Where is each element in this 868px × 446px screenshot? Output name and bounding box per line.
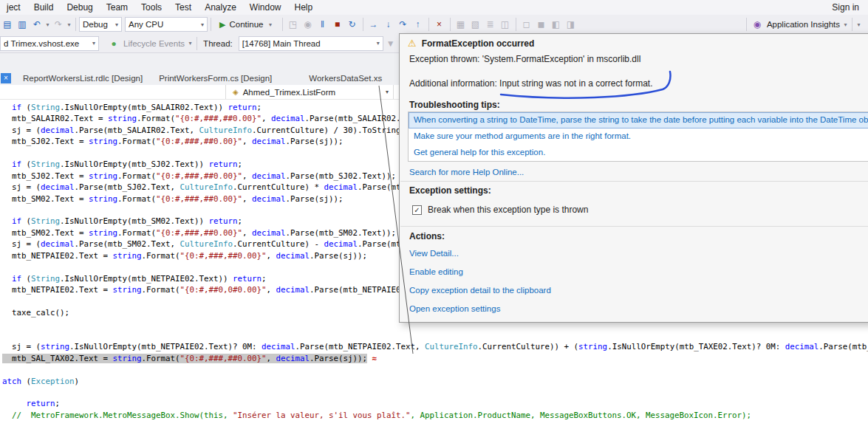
platform-dropdown[interactable]: Any CPU ▾ [125, 17, 208, 32]
toolbar-separator [363, 18, 363, 31]
menu-item-build[interactable]: Build [27, 1, 61, 14]
clear-bookmarks-icon[interactable]: ◨ [564, 19, 578, 30]
menu-item-project[interactable]: ject [0, 1, 27, 14]
stop-debugging-icon[interactable]: ■ [330, 19, 345, 30]
continue-label: Continue [229, 20, 263, 29]
cancel-build-icon[interactable]: × [432, 19, 447, 30]
code-line[interactable] [2, 387, 868, 398]
exception-assistant-popup: ⚠ FormatException occurred Exception thr… [399, 33, 868, 323]
solution-config-value: Debug [83, 20, 112, 29]
breadcrumb-type-name: Ahmed_Trimex.ListForm [243, 88, 335, 97]
application-insights-caret-icon[interactable]: ▾ [842, 21, 849, 28]
exception-thrown-text: Exception thrown: 'System.FormatExceptio… [409, 54, 640, 64]
tip-link-datetime[interactable]: When converting a string to DateTime, pa… [409, 112, 868, 128]
exception-title: FormatException occurred [422, 38, 535, 49]
tab-report-workers-list[interactable]: ReportWorkersList.rdlc [Design] [15, 72, 151, 85]
chevron-down-icon: ▾ [377, 40, 380, 47]
step-into-icon[interactable]: ↓ [381, 19, 396, 30]
toolbar-overflow-icon[interactable]: ▾ [855, 21, 862, 28]
exception-settings-header: Exception settings: [409, 185, 491, 196]
process-value: d Trimex.vshost.exe [4, 39, 89, 48]
enable-editing-link[interactable]: Enable editing [409, 267, 463, 276]
toolbar-separator [450, 18, 451, 31]
save-icon[interactable]: ▥ [15, 19, 30, 30]
toolbar-separator [211, 18, 211, 31]
immediate-window-icon[interactable]: ≣ [483, 19, 498, 30]
toggle-bookmark-icon[interactable]: ◧ [549, 19, 564, 30]
toolbar-separator [282, 18, 283, 31]
toolbar-separator [516, 18, 516, 31]
undo-dropdown-caret-icon[interactable]: ▾ [44, 21, 51, 28]
menu-item-test[interactable]: Test [168, 1, 198, 14]
copy-exception-detail-link[interactable]: Copy exception detail to the clipboard [409, 286, 551, 295]
code-line[interactable] [2, 364, 868, 375]
redo-icon[interactable]: ↷ [51, 19, 66, 30]
close-document-icon[interactable]: × [1, 73, 11, 83]
tab-print-workers-form[interactable]: PrintWorkersForm.cs [Design] [151, 72, 280, 85]
chevron-down-icon: ▾ [386, 89, 389, 95]
menu-item-analyze[interactable]: Analyze [198, 1, 243, 14]
thread-dropdown[interactable]: [14768] Main Thread ▾ [239, 36, 383, 51]
type-dropdown-pane[interactable]: ◈ Ahmed_Trimex.ListForm ▾ [226, 85, 394, 99]
toolbar-separator [428, 18, 429, 31]
exception-popup-header: ⚠ FormatException occurred [408, 38, 534, 49]
next-bookmark-icon[interactable]: ◼ [534, 19, 549, 30]
break-when-thrown-checkbox[interactable]: ✓ [412, 205, 422, 215]
step-out-icon[interactable]: ↑ [411, 19, 426, 30]
view-detail-link[interactable]: View Detail... [409, 249, 459, 258]
menu-item-debug[interactable]: Debug [60, 1, 99, 14]
breakpoints-window-icon[interactable]: ◳ [286, 19, 301, 30]
lifecycle-events-icon[interactable]: ● [106, 38, 121, 49]
class-icon: ◈ [233, 88, 239, 96]
project-dropdown-pane[interactable] [0, 85, 226, 99]
restart-icon[interactable]: ↻ [345, 19, 360, 30]
application-insights-label[interactable]: Application Insights [767, 20, 840, 29]
solution-config-dropdown[interactable]: Debug ▾ [79, 17, 122, 32]
open-exception-settings-link[interactable]: Open exception settings [409, 304, 500, 313]
step-over-icon[interactable]: ↷ [396, 19, 411, 30]
troubleshooting-tips-box: When converting a string to DateTime, pa… [408, 112, 868, 162]
lifecycle-events-label[interactable]: Lifecycle Events [123, 39, 185, 48]
code-line[interactable]: atch (Exception) [2, 376, 868, 387]
code-line[interactable] [2, 330, 868, 341]
chevron-down-icon: ▾ [201, 21, 204, 28]
platform-value: Any CPU [129, 20, 198, 29]
break-when-thrown-label: Break when this exception type is thrown [428, 205, 588, 215]
search-help-online-link[interactable]: Search for more Help Online... [409, 168, 524, 176]
document-tabs: × ReportWorkersList.rdlc [Design] PrintW… [0, 72, 390, 85]
chevron-down-icon: ▾ [267, 21, 274, 28]
tip-link-general-help[interactable]: Get general help for this exception. [409, 145, 868, 161]
previous-bookmark-icon[interactable]: ◻ [519, 19, 534, 30]
continue-button[interactable]: ▶ Continue ▾ [214, 20, 279, 30]
code-line[interactable]: return; [2, 398, 868, 409]
standard-toolbar: ▤ ▥ ↶ ▾ ↷ ▾ Debug ▾ Any CPU ▾ ▶ Continue… [0, 15, 868, 34]
code-line[interactable]: // MetroFramework.MetroMessageBox.Show(t… [2, 410, 868, 421]
watch-window-icon[interactable]: ▦ [454, 19, 468, 30]
divider [400, 181, 868, 182]
diagnostics-icon[interactable]: ◉ [301, 19, 315, 30]
undo-icon[interactable]: ↶ [30, 19, 44, 30]
application-insights-icon[interactable]: ◉ [750, 19, 765, 30]
menu-item-team[interactable]: Team [100, 1, 134, 14]
break-when-thrown-row[interactable]: ✓ Break when this exception type is thro… [412, 205, 588, 215]
redo-dropdown-caret-icon[interactable]: ▾ [66, 21, 72, 28]
menu-item-window[interactable]: Window [243, 1, 288, 14]
break-all-icon[interactable]: ‖ [315, 19, 330, 30]
toolbar-separator [852, 18, 852, 31]
show-next-statement-icon[interactable]: → [366, 19, 381, 30]
tab-workers-dataset[interactable]: WorkersDataSet.xs [301, 72, 390, 85]
call-stack-window-icon[interactable]: ▧ [468, 19, 483, 30]
menu-item-tools[interactable]: Tools [134, 1, 168, 14]
sign-in-link[interactable]: Sign in [823, 2, 868, 13]
menu-item-help[interactable]: Help [288, 1, 320, 14]
tip-link-arguments[interactable]: Make sure your method arguments are in t… [409, 128, 868, 145]
new-file-icon[interactable]: ▤ [0, 19, 15, 30]
lifecycle-events-caret-icon[interactable]: ▾ [187, 40, 194, 47]
output-window-icon[interactable]: ◫ [498, 19, 513, 30]
thread-label: Thread: [203, 39, 233, 48]
code-line[interactable]: mtb_SAL_TAX02.Text = string.Format("{0:#… [2, 353, 868, 364]
filter-threads-icon[interactable]: ▼ [383, 38, 398, 49]
code-line[interactable]: sj = (string.IsNullOrEmpty(mtb_NETPAIE02… [2, 341, 868, 352]
process-dropdown[interactable]: d Trimex.vshost.exe ▾ [0, 36, 99, 51]
exception-additional-text: Additional information: Input string was… [409, 78, 653, 89]
